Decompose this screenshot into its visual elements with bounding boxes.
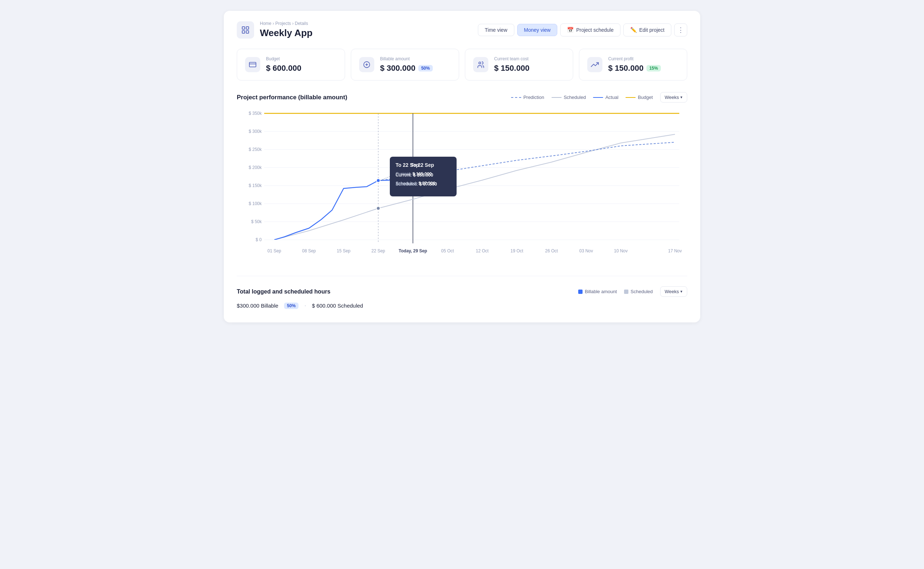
legend-actual: Actual: [593, 94, 618, 100]
scheduled-icon: [624, 289, 628, 294]
svg-text:$ 150k: $ 150k: [249, 183, 262, 188]
money-view-label: Money view: [524, 27, 551, 33]
kpi-billable-value: $ 300.000: [380, 64, 415, 73]
svg-text:$ 0: $ 0: [255, 237, 262, 242]
bottom-stats: $300.000 Billable 50% · $ 600.000 Schedu…: [237, 302, 687, 309]
chevron-down-icon: ▾: [680, 95, 682, 100]
budget-label: Budget: [638, 94, 653, 100]
kpi-team-cost-content: Current team cost $ 150.000: [494, 56, 529, 73]
weeks-dropdown[interactable]: Weeks ▾: [660, 92, 688, 102]
header: Home › Projects › Details Weekly App Tim…: [237, 21, 687, 39]
svg-rect-1: [246, 27, 249, 29]
breadcrumb: Home › Projects › Details: [260, 21, 313, 26]
edit-project-button[interactable]: ✏️ Edit project: [623, 23, 671, 37]
svg-text:$ 250k: $ 250k: [249, 147, 262, 152]
billable-icon: [359, 57, 374, 72]
profit-badge: 15%: [646, 65, 661, 72]
bottom-weeks-label: Weeks: [665, 289, 679, 294]
kpi-budget-value-row: $ 600.000: [266, 64, 301, 73]
svg-rect-2: [242, 31, 245, 33]
kpi-budget-value: $ 600.000: [266, 64, 301, 73]
svg-text:Today, 29 Sep: Today, 29 Sep: [399, 248, 427, 253]
money-view-button[interactable]: Money view: [517, 24, 558, 36]
kpi-billable: Billable amount $ 300.000 50%: [351, 49, 459, 81]
svg-text:12 Oct: 12 Oct: [476, 248, 489, 253]
app-icon: [237, 21, 254, 39]
chart-legend: Prediction Scheduled Actual Budget Weeks…: [511, 92, 687, 102]
kpi-team-cost: Current team cost $ 150.000: [465, 49, 573, 81]
actual-dot-22sep: [377, 179, 380, 182]
more-icon: ⋮: [678, 26, 684, 34]
svg-text:$ 300k: $ 300k: [249, 129, 262, 134]
svg-text:08 Sep: 08 Sep: [302, 248, 316, 253]
chart-header: Project performance (billable amount) Pr…: [237, 92, 687, 102]
kpi-billable-label: Billable amount: [380, 56, 433, 61]
profit-icon: [587, 57, 602, 72]
billable-badge: 50%: [418, 65, 433, 72]
kpi-team-cost-value: $ 150.000: [494, 64, 529, 73]
kpi-profit-value-row: $ 150.000 15%: [608, 64, 661, 73]
team-cost-icon: [473, 57, 488, 72]
actual-label: Actual: [605, 94, 618, 100]
actual-line-icon: [593, 97, 603, 98]
bottom-legend-scheduled: Scheduled: [624, 289, 653, 294]
svg-text:17 Nov: 17 Nov: [668, 248, 682, 253]
bottom-weeks-dropdown[interactable]: Weeks ▾: [660, 286, 688, 297]
bottom-header: Total logged and scheduled hours Billabl…: [237, 286, 687, 297]
svg-text:$ 350k: $ 350k: [249, 111, 262, 116]
scheduled-label: Scheduled: [564, 94, 586, 100]
weeks-label: Weeks: [665, 94, 679, 100]
legend-prediction: Prediction: [511, 94, 544, 100]
svg-rect-8: [264, 113, 679, 240]
kpi-profit: Current profit $ 150.000 15%: [579, 49, 687, 81]
prediction-line-icon: [511, 97, 521, 98]
svg-text:22 Sep: 22 Sep: [371, 248, 385, 253]
budget-line-icon: [626, 97, 635, 98]
calendar-icon: 📅: [567, 27, 574, 33]
kpi-budget: Budget $ 600.000: [237, 49, 345, 81]
bottom-billable-label: Billable amount: [585, 289, 617, 294]
time-view-button[interactable]: Time view: [478, 24, 514, 36]
kpi-budget-label: Budget: [266, 56, 301, 61]
header-nav: Time view Money view 📅 Project schedule …: [478, 23, 687, 37]
svg-text:19 Oct: 19 Oct: [511, 248, 523, 253]
project-schedule-button[interactable]: 📅 Project schedule: [560, 23, 620, 37]
scheduled-dot-22sep: [377, 207, 380, 210]
chart-wrapper: $ 350k $ 300k $ 250k $ 200k $ 150k $ 100…: [237, 110, 687, 263]
svg-text:Scheduled: $ 87.500: Scheduled: $ 87.500: [395, 181, 435, 186]
svg-text:$ 50k: $ 50k: [251, 219, 262, 224]
svg-text:26 Oct: 26 Oct: [545, 248, 558, 253]
svg-rect-3: [246, 31, 249, 33]
billable-amount-icon: [578, 289, 582, 294]
pencil-icon: ✏️: [630, 27, 637, 33]
kpi-budget-content: Budget $ 600.000: [266, 56, 301, 73]
chart-title: Project performance (billable amount): [237, 94, 347, 101]
svg-text:05 Oct: 05 Oct: [441, 248, 454, 253]
kpi-team-cost-label: Current team cost: [494, 56, 529, 61]
header-left: Home › Projects › Details Weekly App: [237, 21, 313, 39]
project-schedule-label: Project schedule: [576, 27, 614, 33]
svg-text:10 Nov: 10 Nov: [614, 248, 628, 253]
svg-text:To 22 Sep: To 22 Sep: [395, 162, 419, 168]
svg-text:$ 100k: $ 100k: [249, 201, 262, 206]
kpi-team-cost-value-row: $ 150.000: [494, 64, 529, 73]
budget-icon: [245, 57, 260, 72]
bottom-legend-billable: Billable amount: [578, 289, 617, 294]
legend-scheduled: Scheduled: [552, 94, 586, 100]
bottom-title: Total logged and scheduled hours: [237, 289, 330, 295]
kpi-profit-label: Current profit: [608, 56, 661, 61]
kpi-row: Budget $ 600.000 Billable amount $ 300.0…: [237, 49, 687, 81]
svg-text:$ 200k: $ 200k: [249, 165, 262, 170]
svg-rect-4: [249, 62, 256, 67]
svg-text:01 Sep: 01 Sep: [267, 248, 281, 253]
time-view-label: Time view: [485, 27, 508, 33]
svg-text:15 Sep: 15 Sep: [337, 248, 351, 253]
stat-scheduled: $ 600.000 Scheduled: [312, 303, 363, 309]
scheduled-line-icon: [552, 97, 562, 98]
kpi-profit-content: Current profit $ 150.000 15%: [608, 56, 661, 73]
more-menu-button[interactable]: ⋮: [674, 23, 687, 37]
kpi-billable-value-row: $ 300.000 50%: [380, 64, 433, 73]
bottom-scheduled-label: Scheduled: [631, 289, 653, 294]
dot-separator: ·: [304, 302, 306, 309]
svg-text:03 Nov: 03 Nov: [579, 248, 593, 253]
